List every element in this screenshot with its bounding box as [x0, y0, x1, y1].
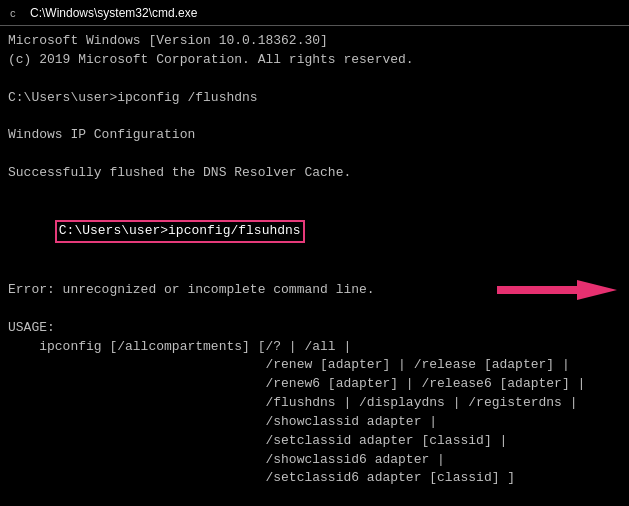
cmd-window: C C:\Windows\system32\cmd.exe Microsoft …	[0, 0, 629, 506]
line-5	[8, 107, 621, 126]
line-23	[8, 488, 621, 506]
line-18: /flushdns | /displaydns | /registerdns |	[8, 394, 621, 413]
error-line: Error: unrecognized or incomplete comman…	[8, 281, 621, 300]
line-usage: USAGE:	[8, 319, 621, 338]
error-text: Error: unrecognized or incomplete comman…	[8, 281, 375, 300]
line-9	[8, 183, 621, 202]
line-7	[8, 145, 621, 164]
line-8: Successfully flushed the DNS Resolver Ca…	[8, 164, 621, 183]
cmd-icon: C	[8, 5, 24, 21]
line-2: (c) 2019 Microsoft Corporation. All righ…	[8, 51, 621, 70]
line-19: /showclassid adapter |	[8, 413, 621, 432]
title-bar-text: C:\Windows\system32\cmd.exe	[30, 6, 621, 20]
arrow-indicator	[497, 276, 617, 304]
line-15: ipconfig [/allcompartments] [/? | /all |	[8, 338, 621, 357]
line-6: Windows IP Configuration	[8, 126, 621, 145]
svg-marker-2	[497, 280, 617, 300]
line-16: /renew [adapter] | /release [adapter] |	[8, 356, 621, 375]
line-21: /showclassid6 adapter |	[8, 451, 621, 470]
line-1: Microsoft Windows [Version 10.0.18362.30…	[8, 32, 621, 51]
terminal-body[interactable]: Microsoft Windows [Version 10.0.18362.30…	[0, 26, 629, 506]
line-22: /setclassid6 adapter [classid] ]	[8, 469, 621, 488]
line-17: /renew6 [adapter] | /release6 [adapter] …	[8, 375, 621, 394]
highlighted-command: C:\Users\user>ipconfig/flsuhdns	[55, 220, 305, 243]
svg-text:C: C	[10, 9, 16, 20]
line-20: /setclassid adapter [classid] |	[8, 432, 621, 451]
arrow-svg	[497, 276, 617, 304]
title-bar: C C:\Windows\system32\cmd.exe	[0, 0, 629, 26]
line-highlighted-cmd: C:\Users\user>ipconfig/flsuhdns	[8, 202, 621, 263]
line-3	[8, 70, 621, 89]
line-4: C:\Users\user>ipconfig /flushdns	[8, 89, 621, 108]
